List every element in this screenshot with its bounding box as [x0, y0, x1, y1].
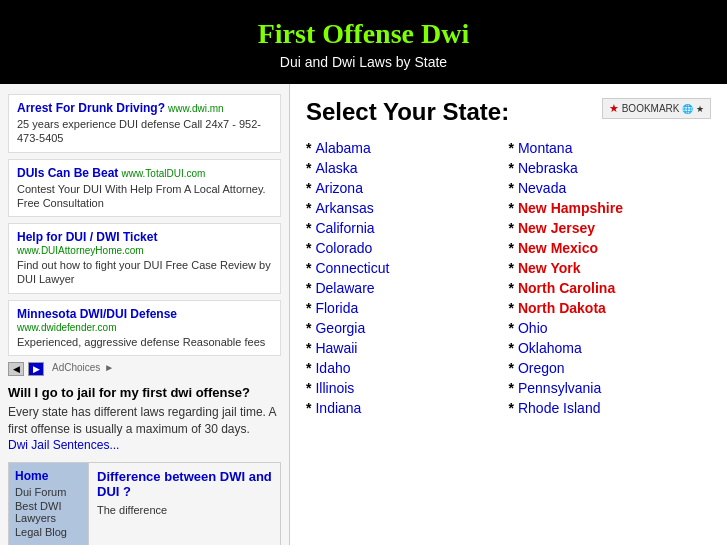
state-link[interactable]: Georgia	[315, 320, 365, 336]
bookmark-button[interactable]: ★ BOOKMARK 🌐 ★	[602, 98, 711, 119]
state-bullet: *	[509, 200, 514, 216]
ad-link-1[interactable]: Arrest For Drunk Driving?	[17, 101, 165, 115]
list-item: *Georgia	[306, 320, 509, 336]
state-link[interactable]: Florida	[315, 300, 358, 316]
main-header: Select Your State: ★ BOOKMARK 🌐 ★	[306, 98, 711, 126]
state-link[interactable]: Arkansas	[315, 200, 373, 216]
list-item: *Florida	[306, 300, 509, 316]
list-item: *New Jersey	[509, 220, 712, 236]
state-link[interactable]: California	[315, 220, 374, 236]
state-link[interactable]: Alaska	[315, 160, 357, 176]
state-link[interactable]: Hawaii	[315, 340, 357, 356]
state-bullet: *	[509, 160, 514, 176]
state-link[interactable]: Idaho	[315, 360, 350, 376]
list-item: *Idaho	[306, 360, 509, 376]
list-item: *Delaware	[306, 280, 509, 296]
state-link[interactable]: New Hampshire	[518, 200, 623, 216]
list-item: *Hawaii	[306, 340, 509, 356]
ad-url-4: www.dwidefender.com	[17, 322, 117, 333]
list-item: *Rhode Island	[509, 400, 712, 416]
state-link[interactable]: Connecticut	[315, 260, 389, 276]
list-item: *Oklahoma	[509, 340, 712, 356]
state-link[interactable]: Arizona	[315, 180, 362, 196]
ad-link-4[interactable]: Minnesota DWI/DUI Defense	[17, 307, 177, 321]
sidebar-bottom: Home Dui Forum Best DWI Lawyers Legal Bl…	[8, 462, 281, 545]
state-bullet: *	[509, 140, 514, 156]
state-link[interactable]: New Mexico	[518, 240, 598, 256]
main-layout: Arrest For Drunk Driving? www.dwi.mn 25 …	[0, 84, 727, 545]
state-bullet: *	[509, 340, 514, 356]
best-lawyers-link[interactable]: Best DWI Lawyers	[15, 500, 82, 524]
state-bullet: *	[306, 360, 311, 376]
state-bullet: *	[509, 220, 514, 236]
state-bullet: *	[509, 280, 514, 296]
article-title: Will I go to jail for my first dwi offen…	[8, 385, 281, 400]
sidebar: Arrest For Drunk Driving? www.dwi.mn 25 …	[0, 84, 290, 545]
list-item: *Montana	[509, 140, 712, 156]
state-link[interactable]: North Carolina	[518, 280, 615, 296]
ad-desc-2: Contest Your DUI With Help From A Local …	[17, 182, 272, 211]
ad-link-3[interactable]: Help for DUI / DWI Ticket	[17, 230, 157, 244]
state-bullet: *	[306, 240, 311, 256]
state-link[interactable]: Montana	[518, 140, 572, 156]
ad-navigation: ◀ ▶ AdChoices ►	[8, 362, 281, 381]
state-bullet: *	[509, 180, 514, 196]
bookmark-label: BOOKMARK	[622, 103, 680, 114]
ad-next-button[interactable]: ▶	[28, 362, 44, 376]
diff-title: Difference between DWI and DUI ?	[97, 469, 272, 499]
bookmark-extra-icons: 🌐 ★	[682, 104, 704, 114]
state-bullet: *	[509, 240, 514, 256]
state-link[interactable]: Oklahoma	[518, 340, 582, 356]
state-link[interactable]: Rhode Island	[518, 400, 601, 416]
state-link[interactable]: Ohio	[518, 320, 548, 336]
state-link[interactable]: Nevada	[518, 180, 566, 196]
state-link[interactable]: Indiana	[315, 400, 361, 416]
diff-section: Difference between DWI and DUI ? The dif…	[89, 463, 280, 545]
list-item: *Illinois	[306, 380, 509, 396]
ad-prev-button[interactable]: ◀	[8, 362, 24, 376]
state-bullet: *	[306, 160, 311, 176]
list-item: *Indiana	[306, 400, 509, 416]
ad-choices-icon: ►	[104, 362, 114, 381]
ad-block-3: Help for DUI / DWI Ticket www.DUIAttorne…	[8, 223, 281, 294]
state-bullet: *	[306, 340, 311, 356]
list-item: *Oregon	[509, 360, 712, 376]
state-bullet: *	[306, 300, 311, 316]
diff-body: The difference	[97, 503, 272, 517]
list-item: *California	[306, 220, 509, 236]
list-item: *Colorado	[306, 240, 509, 256]
dui-forum-link[interactable]: Dui Forum	[15, 486, 82, 498]
state-link[interactable]: Alabama	[315, 140, 370, 156]
states-grid: *Alabama*Alaska*Arizona*Arkansas*Califor…	[306, 140, 711, 420]
ad-url-3: www.DUIAttorneyHome.com	[17, 245, 144, 256]
state-bullet: *	[306, 200, 311, 216]
list-item: *Arkansas	[306, 200, 509, 216]
article-link[interactable]: Dwi Jail Sentences...	[8, 438, 119, 452]
legal-blog-link[interactable]: Legal Blog	[15, 526, 82, 538]
state-bullet: *	[509, 300, 514, 316]
state-bullet: *	[509, 260, 514, 276]
list-item: *New York	[509, 260, 712, 276]
state-link[interactable]: Delaware	[315, 280, 374, 296]
ad-link-2[interactable]: DUIs Can Be Beat	[17, 166, 118, 180]
state-link[interactable]: Pennsylvania	[518, 380, 601, 396]
state-bullet: *	[306, 140, 311, 156]
state-bullet: *	[306, 380, 311, 396]
ad-block-4: Minnesota DWI/DUI Defense www.dwidefende…	[8, 300, 281, 356]
article-body: Every state has different laws regarding…	[8, 404, 281, 438]
state-link[interactable]: North Dakota	[518, 300, 606, 316]
state-link[interactable]: Oregon	[518, 360, 565, 376]
state-bullet: *	[509, 380, 514, 396]
home-link[interactable]: Home	[15, 469, 82, 483]
state-link[interactable]: New Jersey	[518, 220, 595, 236]
list-item: *Arizona	[306, 180, 509, 196]
sidebar-nav: Home Dui Forum Best DWI Lawyers Legal Bl…	[9, 463, 89, 545]
state-bullet: *	[509, 360, 514, 376]
list-item: *Nebraska	[509, 160, 712, 176]
list-item: *Ohio	[509, 320, 712, 336]
state-link[interactable]: Nebraska	[518, 160, 578, 176]
state-link[interactable]: Illinois	[315, 380, 354, 396]
list-item: *Nevada	[509, 180, 712, 196]
state-link[interactable]: Colorado	[315, 240, 372, 256]
state-link[interactable]: New York	[518, 260, 581, 276]
